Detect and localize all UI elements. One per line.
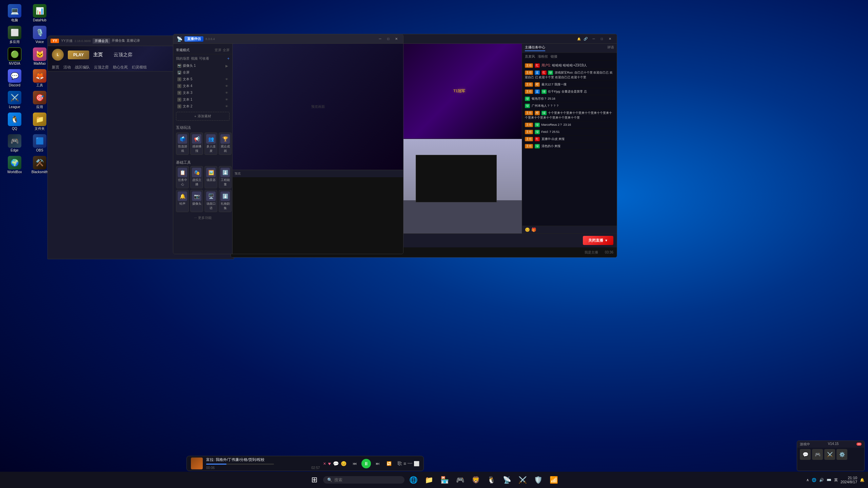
music-close-btn[interactable]: × (323, 461, 326, 466)
music-eq-btn[interactable]: 〰 (408, 461, 412, 466)
badge-blue1: 蓝 (535, 70, 540, 75)
yy-tab-collection[interactable]: 开播合集 (112, 38, 125, 44)
taskbar-network-icon[interactable]: 🌐 (812, 478, 816, 482)
taskbar-icon-network[interactable]: 📶 (547, 473, 560, 487)
game-play-btn[interactable]: PLAY (68, 50, 89, 59)
emoji-icon[interactable]: 😊 (525, 227, 530, 232)
music-comment-btn[interactable]: 💬 (333, 461, 339, 466)
scene-fullscreen[interactable]: 🖥️ 全屏 (173, 69, 232, 76)
scene-mgr-label: 场景器 (206, 178, 216, 182)
music-progress-bar[interactable] (206, 464, 274, 465)
stream-maximize-btn[interactable]: □ (385, 36, 392, 42)
music-player: 富拉: 我格外/丁伟廉/分格/货到/程校 00:06 02:57 × ♥ 💬 😊… (186, 456, 424, 471)
music-next-btn[interactable]: ⏭ (373, 459, 382, 468)
t1-champion-label: T1冠军 (453, 88, 465, 94)
scene-opt2[interactable]: 可收看 (199, 56, 209, 61)
basic-tools-grid2: 🔔 铃声 📷 摄像头 🖥️ 场面口语 (176, 190, 230, 212)
badge-host2: 主任 (525, 70, 533, 75)
scene-text5[interactable]: T 文本 5 👁 (173, 76, 232, 83)
stream-tool-titlebar: 📡 直播伴侣 8.3.6.4 ─ □ ✕ (173, 34, 403, 44)
music-expand-btn[interactable]: ⬜ (414, 461, 419, 466)
start-button[interactable]: ⊞ (308, 473, 321, 487)
scene-text2[interactable]: T 文本 2 👁 (173, 103, 232, 110)
tool-gift[interactable]: 📢 感谢播报 (190, 133, 203, 155)
yy-tab-history[interactable]: 直播记录 (126, 38, 140, 44)
main-live-maximize[interactable]: □ (598, 36, 605, 42)
game-nav-activity[interactable]: 活动 (63, 65, 71, 70)
chat-msg-5: 绿 银泡尽你？ 25:16 (524, 95, 615, 102)
music-list-btn[interactable]: ≡ (403, 461, 406, 466)
scene-cam1[interactable]: 📷 摄像头 1 ▶ (173, 62, 232, 69)
stream-mode-option2[interactable]: 全屏 (223, 48, 230, 53)
chat-msg-6: 绿 广州本地人？？？？ (524, 102, 615, 109)
user10-msg: 直播中-白皮 来报 (541, 137, 565, 141)
chat-tab-comment[interactable]: 评语 (607, 45, 614, 51)
taskbar-icon-qq[interactable]: 🐧 (485, 473, 498, 487)
music-loop-btn[interactable]: 🔁 (384, 459, 394, 468)
taskbar-icon-steam[interactable]: 🎮 (453, 473, 467, 487)
music-lyrics-btn[interactable]: 歌 (397, 461, 402, 467)
taskbar-lang-indicator[interactable]: 英 (834, 477, 838, 483)
tool-task[interactable]: 📋 任务中心 (176, 166, 189, 188)
taskbar-chevron-icon[interactable]: ∧ (806, 478, 809, 482)
tool-join[interactable]: 👥 多人连麦 (204, 133, 217, 155)
overlay-game-icon[interactable]: 🎮 (812, 449, 823, 460)
music-prev-btn[interactable]: ⏮ (350, 459, 359, 468)
tool-alert[interactable]: 🔔 铃声 (176, 190, 189, 212)
main-live-close[interactable]: ✕ (607, 36, 613, 42)
overlay-game-label: 游戏中 (800, 442, 810, 447)
tool-scene-mgr[interactable]: 🖼️ 场景器 (204, 166, 217, 188)
stream-minimize-btn[interactable]: ─ (377, 36, 383, 42)
chat-tab-host[interactable]: 主播任务中心 (525, 45, 545, 51)
game-nav-battle[interactable]: 战区编队 (75, 65, 90, 70)
scene-text3[interactable]: T 文本 3 👁 (173, 89, 232, 96)
taskbar-icon-folder[interactable]: 📁 (422, 473, 436, 487)
music-time-container: 00:06 02:57 (206, 466, 320, 470)
more-tools-btn[interactable]: ··· 更多功能 (173, 214, 232, 222)
tool-queue[interactable]: 🏆 观众成就 (219, 133, 232, 155)
taskbar-icon-brave[interactable]: 🦁 (469, 473, 482, 487)
search-input[interactable] (334, 477, 400, 482)
gift-chat-icon[interactable]: 🎁 (531, 227, 536, 232)
music-play-btn[interactable]: ⏸ (361, 459, 371, 468)
add-scene-btn[interactable]: + (227, 56, 230, 61)
taskbar-icon-antivirus[interactable]: 🛡️ (531, 473, 545, 487)
taskbar-icon-lol[interactable]: ⚔️ (516, 473, 529, 487)
game-nav-live[interactable]: 助心生死 (113, 65, 128, 70)
tool-camera[interactable]: 📷 摄像头 (190, 190, 203, 212)
taskbar-volume-icon[interactable]: 🔊 (819, 478, 824, 482)
overlay-settings-icon[interactable]: ⚙️ (836, 449, 847, 460)
alert-label: 铃声 (179, 202, 185, 206)
add-material-btn[interactable]: + 添加素材 (176, 112, 230, 121)
tool-download2[interactable]: ⬇️ 礼物剧集 (219, 190, 232, 212)
tool-download[interactable]: ⬇️ 工程能量 (219, 166, 232, 188)
taskbar-icon-edge[interactable]: 🌐 (407, 473, 420, 487)
main-live-minimize[interactable]: ─ (590, 36, 597, 42)
scene-opt1[interactable]: 视频 (191, 56, 198, 61)
taskbar-notification-icon[interactable]: 🔔 (860, 478, 865, 482)
overlay-chat-icon[interactable]: 💬 (800, 449, 811, 460)
taskbar-icon-obs[interactable]: 📡 (500, 473, 514, 487)
taskbar-clock[interactable]: 21:10 2024/8/17 (841, 476, 857, 484)
scene-text1[interactable]: T 文本 1 👁 (173, 96, 232, 103)
taskbar-keyboard-icon[interactable]: ⌨️ (827, 478, 831, 482)
cam1-icon: 📷 (177, 64, 181, 68)
yy-tab-member[interactable]: 开播会员 (93, 38, 110, 44)
end-live-btn[interactable]: 关闭直播 ▼ (583, 236, 613, 245)
music-emoji-btn[interactable]: 😊 (341, 461, 347, 466)
tool-vtuber[interactable]: 🎭 虚拟主播 (190, 166, 203, 188)
share-icon[interactable]: 🔗 (584, 37, 588, 41)
search-box[interactable]: 🔍 (323, 476, 405, 484)
game-nav-tft[interactable]: 云顶之弈 (94, 65, 109, 70)
stream-close-btn[interactable]: ✕ (393, 36, 400, 42)
tool-vote[interactable]: 🗳️ 投选游戏 (176, 133, 189, 155)
stream-mode-option1[interactable]: 竖屏 (215, 48, 221, 53)
music-heart-btn[interactable]: ♥ (328, 461, 331, 466)
tool-screen-cap[interactable]: 🖥️ 场面口语 (204, 190, 217, 212)
taskbar-icon-store[interactable]: 🏪 (438, 473, 451, 487)
overlay-sword-icon[interactable]: ⚔️ (824, 449, 835, 460)
bell-icon[interactable]: 🔔 (577, 37, 581, 41)
game-nav-fantasy[interactable]: 幻灵模组 (132, 65, 147, 70)
scene-text4[interactable]: T 文本 4 👁 (173, 83, 232, 89)
game-nav-new[interactable]: 新页 (52, 65, 59, 70)
